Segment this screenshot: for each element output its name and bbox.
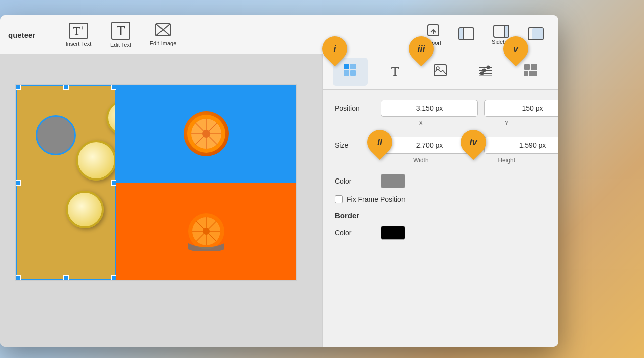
badge-iv-head: iv (456, 125, 492, 160)
image-icon (434, 64, 447, 79)
edit-image-button[interactable]: Edit Image (143, 19, 183, 51)
edit-text-icon: T (111, 22, 130, 40)
edit-text-button[interactable]: T Edit Text (101, 19, 141, 51)
handle-tm (63, 85, 69, 90)
handle-ml (16, 180, 21, 186)
design-canvas (15, 84, 297, 281)
svg-point-26 (203, 228, 210, 235)
y-sublabel: Y (467, 120, 547, 127)
tab-text[interactable]: T (378, 58, 413, 86)
handle-bl (16, 275, 21, 280)
svg-point-19 (202, 130, 210, 138)
edit-image-icon (155, 23, 171, 38)
badge-iii: iii (409, 36, 434, 61)
color-swatch[interactable] (381, 174, 405, 188)
svg-rect-28 (350, 64, 356, 69)
x-sublabel: X (381, 120, 461, 127)
svg-rect-12 (532, 28, 543, 39)
position-label: Position (335, 104, 375, 112)
canvas-area[interactable] (0, 54, 322, 347)
toolbar-right: Export Sidebar (419, 21, 550, 49)
edit-text-label: Edit Text (110, 42, 131, 48)
badge-ii-label: ii (377, 137, 382, 148)
border-title: Border (335, 211, 546, 220)
svg-point-36 (487, 65, 490, 69)
insert-text-icon: T+ (69, 23, 88, 39)
position-x-input[interactable] (381, 100, 478, 117)
sidebar-left-button[interactable] (452, 21, 481, 49)
insert-text-button[interactable]: T+ Insert Text (58, 19, 99, 51)
svg-rect-42 (524, 71, 528, 76)
right-panel: T (322, 54, 558, 347)
size-row: Size (335, 137, 546, 154)
svg-rect-40 (524, 64, 530, 70)
badge-iii-label: iii (417, 44, 425, 54)
text-icon: T (391, 64, 399, 79)
badge-iv: iv (461, 130, 486, 155)
photo-cell-orange (116, 183, 296, 280)
handle-tl (16, 85, 21, 90)
svg-rect-29 (344, 70, 349, 76)
width-sublabel: Width (381, 157, 461, 164)
svg-rect-41 (531, 64, 537, 70)
border-color-label: Color (335, 229, 375, 237)
handle-br (111, 275, 116, 280)
position-sublabels: X Y (335, 120, 546, 127)
more-icon (528, 27, 544, 42)
sliders-icon (479, 64, 492, 79)
photo-grid (16, 85, 296, 280)
badge-v-head: v (498, 31, 534, 67)
panel-content: Position X Y Size (323, 89, 558, 347)
handle-tr (111, 85, 116, 90)
badge-ii: ii (367, 130, 392, 155)
size-sublabels: Width Height (335, 157, 546, 164)
layout-icon (524, 64, 537, 79)
titlebar: queteer T+ Insert Text T Edit Text (0, 15, 558, 54)
svg-rect-30 (350, 70, 356, 76)
position-y-input[interactable] (484, 100, 558, 117)
lemon-1 (106, 100, 116, 135)
fix-frame-label: Fix Frame Position (347, 195, 406, 203)
svg-rect-39 (479, 75, 492, 76)
handle-mr (111, 180, 116, 186)
lemon-3 (66, 191, 104, 228)
svg-rect-43 (529, 71, 537, 76)
color-row: Color (335, 174, 546, 188)
edit-image-label: Edit Image (150, 40, 177, 46)
photo-cell-grapefruit (116, 85, 296, 183)
svg-rect-10 (505, 26, 508, 37)
svg-point-37 (482, 68, 486, 72)
border-color-swatch[interactable] (381, 226, 405, 240)
toolbar-buttons: T+ Insert Text T Edit Text Edit Image (58, 19, 183, 51)
badge-i: i (322, 36, 347, 61)
fix-frame-checkbox[interactable] (335, 195, 343, 203)
svg-rect-27 (344, 64, 349, 69)
position-row: Position (335, 100, 546, 117)
photo-cell-fruit (16, 85, 116, 280)
border-group: Border Color (335, 211, 546, 240)
svg-point-38 (480, 71, 484, 75)
badge-iii-head: iii (404, 31, 439, 67)
badge-i-label: i (333, 44, 336, 54)
border-color-row: Color (335, 226, 546, 240)
content-area: T (0, 54, 558, 347)
lemon-2 (76, 140, 116, 181)
sidebar-left-icon (458, 27, 474, 42)
height-input[interactable] (484, 137, 558, 154)
badge-iv-label: iv (469, 137, 477, 148)
badge-i-head: i (317, 31, 353, 67)
tab-style[interactable] (468, 58, 503, 86)
size-group: Size Width Height (335, 137, 546, 164)
orange-icon (186, 211, 226, 251)
insert-text-label: Insert Text (66, 41, 92, 47)
color-label: Color (335, 177, 375, 185)
height-sublabel: Height (467, 157, 547, 164)
main-window: queteer T+ Insert Text T Edit Text (0, 15, 558, 347)
grapefruit-icon (184, 111, 229, 156)
badge-ii-head: ii (362, 125, 398, 160)
tab-image[interactable] (423, 58, 458, 86)
arrange-icon (343, 63, 357, 80)
selection-border (16, 85, 116, 280)
gray-circle (36, 115, 76, 155)
badge-v: v (503, 36, 528, 61)
